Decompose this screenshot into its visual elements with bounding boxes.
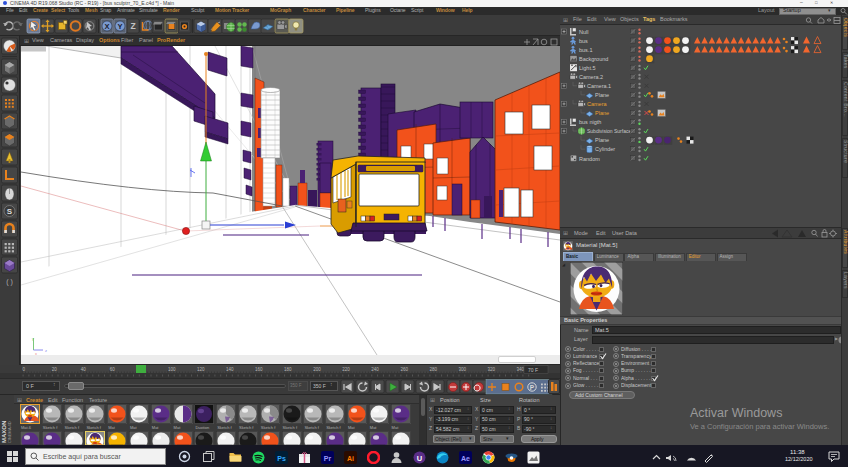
svg-text:280: 280	[429, 367, 437, 372]
svg-text:U: U	[417, 453, 422, 462]
svg-text:300: 300	[459, 367, 467, 372]
svg-text:S: S	[7, 207, 13, 216]
svg-text:70 F: 70 F	[528, 367, 538, 373]
svg-text:Random: Random	[579, 156, 600, 162]
svg-text:Plane: Plane	[595, 110, 609, 116]
svg-text:Light.5: Light.5	[579, 65, 596, 71]
svg-text:Camera.2: Camera.2	[579, 74, 603, 80]
svg-text:260: 260	[400, 367, 408, 372]
svg-text:Cylinder: Cylinder	[595, 146, 615, 152]
svg-text:220: 220	[342, 367, 350, 372]
svg-text:20: 20	[52, 367, 58, 372]
svg-text:Ae: Ae	[461, 454, 470, 461]
svg-text:Camera.1: Camera.1	[587, 83, 611, 89]
svg-text:240: 240	[371, 367, 379, 372]
svg-text:320: 320	[488, 367, 496, 372]
svg-text:Null: Null	[579, 29, 588, 35]
svg-text:60: 60	[110, 367, 116, 372]
svg-text:Plane: Plane	[595, 92, 609, 98]
svg-text:Ps: Ps	[277, 454, 286, 461]
svg-text:40: 40	[81, 367, 87, 372]
svg-text:340: 340	[517, 367, 525, 372]
svg-text:Y: Y	[117, 22, 122, 31]
svg-text:bus: bus	[579, 38, 588, 44]
svg-text:y: y	[32, 336, 34, 341]
svg-text:140: 140	[226, 367, 234, 372]
svg-text:bus.1: bus.1	[579, 47, 592, 53]
svg-text:Plane: Plane	[595, 137, 609, 143]
svg-text:180: 180	[284, 367, 292, 372]
svg-text:z: z	[45, 348, 47, 353]
svg-text:Z: Z	[130, 21, 135, 31]
svg-text:Ai: Ai	[347, 454, 354, 461]
svg-text:bus nigth: bus nigth	[579, 119, 601, 125]
svg-text:160: 160	[255, 367, 263, 372]
svg-text:200: 200	[313, 367, 321, 372]
svg-text:Pr: Pr	[324, 454, 332, 461]
svg-text:120: 120	[197, 367, 205, 372]
svg-text:P: P	[530, 384, 535, 391]
svg-text:100: 100	[168, 367, 176, 372]
svg-text:( ): ( )	[6, 278, 13, 286]
svg-text:X: X	[104, 22, 109, 31]
svg-text:Camera: Camera	[587, 101, 608, 107]
svg-text:Background: Background	[579, 56, 608, 62]
svg-text:Subdivision Surface: Subdivision Surface	[587, 128, 631, 134]
